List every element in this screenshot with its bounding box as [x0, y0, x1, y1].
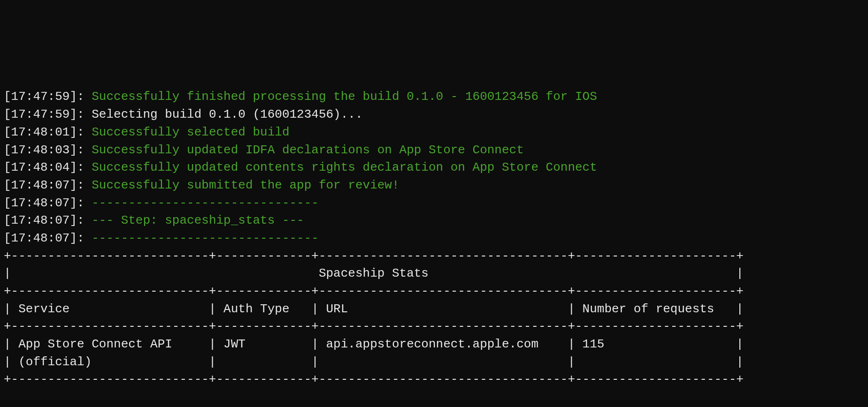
- table-title: | Spaceship Stats |: [4, 266, 744, 280]
- table-line: +---------------------------+-----------…: [4, 248, 864, 265]
- table-row-cont: | (official) | | | |: [4, 355, 744, 369]
- log-timestamp: [17:48:04]:: [4, 160, 92, 174]
- table-line: | Service | Auth Type | URL | Number of …: [4, 301, 864, 318]
- log-timestamp: [17:48:01]:: [4, 125, 92, 139]
- log-line: [17:48:07]: ----------------------------…: [4, 230, 864, 248]
- log-message: -------------------------------: [92, 231, 319, 245]
- log-line: [17:47:59]: Selecting build 0.1.0 (16001…: [4, 106, 864, 124]
- log-line: [17:48:03]: Successfully updated IDFA de…: [4, 142, 864, 159]
- log-message: Successfully finished processing the bui…: [92, 90, 597, 104]
- table-row: | App Store Connect API | JWT | api.apps…: [4, 337, 744, 351]
- log-message: Successfully updated contents rights dec…: [92, 160, 597, 174]
- table-header-row: | Service | Auth Type | URL | Number of …: [4, 302, 744, 316]
- log-timestamp: [17:47:59]:: [4, 90, 92, 104]
- table-line: +---------------------------+-----------…: [4, 318, 864, 336]
- log-line: [17:48:07]: ----------------------------…: [4, 195, 864, 212]
- log-message: -------------------------------: [92, 196, 319, 210]
- log-line: [17:48:07]: Successfully submitted the a…: [4, 177, 864, 195]
- table-line: +---------------------------+-----------…: [4, 283, 864, 301]
- log-line: [17:47:59]: Successfully finished proces…: [4, 88, 864, 106]
- table-line: | (official) | | | |: [4, 354, 864, 371]
- table-border: +---------------------------+-----------…: [4, 284, 744, 298]
- log-message: Selecting build 0.1.0 (1600123456)...: [92, 107, 362, 121]
- log-message: Successfully submitted the app for revie…: [92, 178, 399, 192]
- table-line: | App Store Connect API | JWT | api.apps…: [4, 336, 864, 354]
- log-timestamp: [17:48:07]:: [4, 213, 92, 227]
- table-border: +---------------------------+-----------…: [4, 249, 744, 263]
- terminal-output: [17:47:59]: Successfully finished proces…: [0, 88, 868, 392]
- table-line: | Spaceship Stats |: [4, 265, 864, 283]
- table-border: +---------------------------+-----------…: [4, 319, 744, 333]
- log-message: Successfully selected build: [92, 125, 289, 139]
- table-line: +---------------------------+-----------…: [4, 371, 864, 389]
- log-message: --- Step: spaceship_stats ---: [92, 213, 304, 227]
- log-timestamp: [17:48:07]:: [4, 178, 92, 192]
- log-timestamp: [17:48:07]:: [4, 231, 92, 245]
- log-line: [17:48:01]: Successfully selected build: [4, 124, 864, 142]
- log-timestamp: [17:48:03]:: [4, 143, 92, 157]
- log-timestamp: [17:47:59]:: [4, 107, 92, 121]
- log-timestamp: [17:48:07]:: [4, 196, 92, 210]
- log-line: [17:48:07]: --- Step: spaceship_stats --…: [4, 212, 864, 230]
- log-line: [17:48:04]: Successfully updated content…: [4, 159, 864, 177]
- log-message: Successfully updated IDFA declarations o…: [92, 143, 524, 157]
- table-border: +---------------------------+-----------…: [4, 372, 744, 386]
